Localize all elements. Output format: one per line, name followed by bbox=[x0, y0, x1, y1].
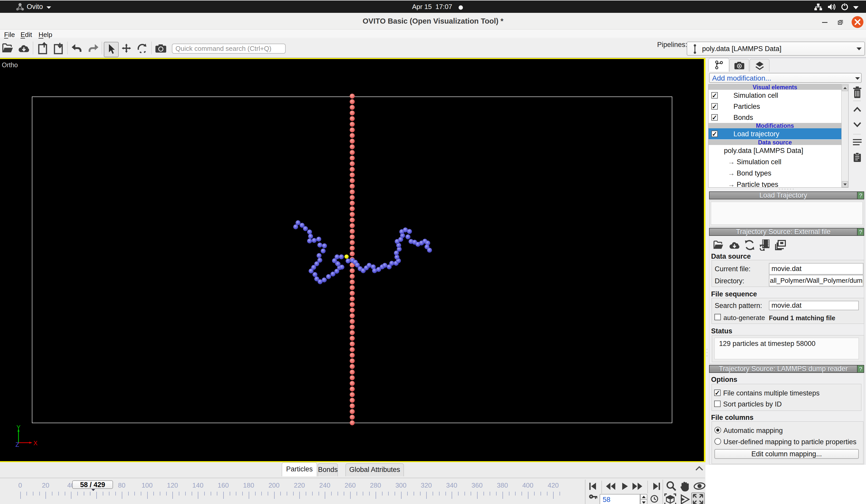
svg-text:Ortho: Ortho bbox=[2, 61, 18, 69]
svg-text:Y: Y bbox=[16, 424, 21, 431]
svg-text:Z: Z bbox=[15, 441, 19, 448]
svg-text:X: X bbox=[33, 439, 37, 447]
